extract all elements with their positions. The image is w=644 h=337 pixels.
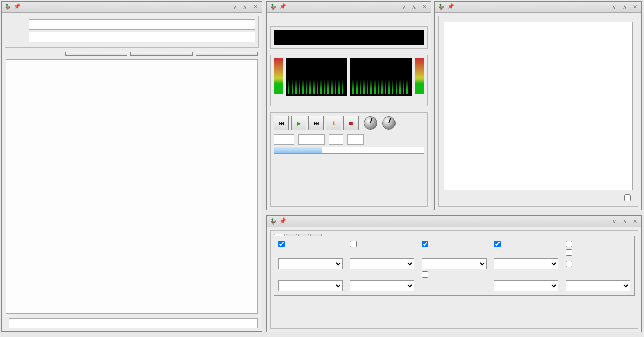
app-icon: 🦆 (269, 3, 277, 11)
maximize-icon[interactable]: ∧ (240, 3, 250, 11)
chk-bypass[interactable] (422, 271, 486, 278)
multimedia-info-group (5, 16, 259, 48)
playerdata-group (270, 55, 428, 106)
sel-freq[interactable] (278, 258, 343, 269)
pin-icon[interactable]: 📌 (447, 3, 455, 11)
instruments-button[interactable] (196, 52, 258, 56)
kbs-value (298, 134, 325, 145)
player-titlebar[interactable]: 🦆 📌 ∨ ∧ ✕ (267, 2, 431, 13)
tab-opl3file[interactable] (310, 234, 322, 236)
volume-knob[interactable] (364, 116, 377, 130)
pattern-button[interactable] (65, 52, 127, 56)
mixer-control-group (270, 230, 638, 329)
file-field[interactable] (29, 19, 255, 30)
led-title (274, 30, 424, 45)
chn-value (347, 134, 364, 145)
play-button[interactable]: ▶ (291, 116, 306, 130)
sel-shap[interactable] (278, 280, 343, 291)
chk-ignore[interactable] (566, 249, 630, 256)
close-icon[interactable]: ✕ (420, 3, 429, 11)
minimize-icon[interactable]: ∨ (399, 3, 408, 11)
chk-bass[interactable] (422, 241, 486, 247)
pause-button[interactable]: ⏸ (326, 116, 341, 130)
close-icon[interactable]: ✕ (630, 217, 639, 226)
minimize-icon[interactable]: ∨ (610, 3, 619, 11)
sel-res[interactable] (422, 258, 486, 269)
close-icon[interactable]: ✕ (251, 3, 260, 11)
tracker-field[interactable] (9, 318, 258, 328)
player-menubar (267, 13, 431, 23)
name-field[interactable] (29, 32, 255, 42)
chk-widestereo[interactable] (278, 241, 343, 247)
time-value (274, 134, 294, 145)
sel-chan[interactable] (350, 258, 414, 269)
pin-icon[interactable]: 📌 (279, 3, 287, 11)
fileprops-titlebar[interactable]: 🦆 📌 ∨ ∧ ✕ (2, 2, 262, 13)
playlist-titlebar[interactable]: 🦆 📌 ∨ ∧ ✕ (435, 2, 641, 13)
playlist-list[interactable] (444, 22, 633, 190)
fileprops-window: 🦆 📌 ∨ ∧ ✕ (1, 1, 262, 332)
tabpanel-modfile (274, 236, 635, 296)
repeat-checkbox[interactable] (444, 194, 633, 201)
tab-modfile[interactable] (274, 234, 285, 236)
balance-knob[interactable] (382, 116, 396, 130)
player-window: 🦆 📌 ∨ ∧ ✕ ⏮ ▶ ⏭ (266, 1, 431, 210)
app-icon: 🦆 (4, 3, 12, 11)
playlist-group (438, 16, 638, 207)
sel-interp[interactable] (566, 280, 630, 291)
config-titlebar[interactable]: 🦆 📌 ∨ ∧ ✕ (267, 216, 641, 227)
config-window: 🦆 📌 ∨ ∧ ✕ (266, 215, 642, 332)
control-group: ⏮ ▶ ⏭ ⏸ ⏹ (270, 112, 428, 207)
sample-button[interactable] (130, 52, 192, 56)
song-message-text[interactable] (6, 59, 258, 314)
spectrum-right (350, 58, 412, 96)
tab-midifile[interactable] (286, 234, 297, 236)
maximize-icon[interactable]: ∧ (409, 3, 419, 11)
maximize-icon[interactable]: ∧ (620, 3, 629, 11)
vumeter-left (274, 58, 283, 94)
chk-fade[interactable] (566, 241, 630, 247)
sel-nna[interactable] (494, 280, 558, 291)
next-button[interactable]: ⏭ (308, 116, 324, 130)
tab-sidfile[interactable] (298, 234, 309, 236)
chk-dc[interactable] (494, 241, 558, 247)
sel-dith[interactable] (350, 280, 414, 291)
pin-icon[interactable]: 📌 (14, 3, 22, 11)
close-icon[interactable]: ✕ (630, 3, 639, 11)
maximize-icon[interactable]: ∧ (620, 217, 629, 226)
spectrum-left (286, 58, 347, 96)
playlist-window: 🦆 📌 ∨ ∧ ✕ (434, 1, 642, 210)
minimize-icon[interactable]: ∨ (610, 217, 619, 226)
app-icon: 🦆 (437, 3, 445, 11)
sel-buf[interactable] (494, 258, 558, 269)
khz-value (329, 134, 343, 145)
pin-icon[interactable]: 📌 (279, 217, 287, 226)
app-icon: 🦆 (269, 217, 277, 226)
minimize-icon[interactable]: ∨ (230, 3, 239, 11)
chk-loop[interactable] (566, 261, 630, 267)
prev-button[interactable]: ⏮ (274, 116, 289, 130)
progress-bar[interactable] (274, 147, 424, 154)
vumeter-right (415, 58, 424, 94)
name-group (270, 26, 428, 49)
stop-button[interactable]: ⏹ (343, 116, 359, 130)
chk-noise[interactable] (350, 241, 414, 247)
